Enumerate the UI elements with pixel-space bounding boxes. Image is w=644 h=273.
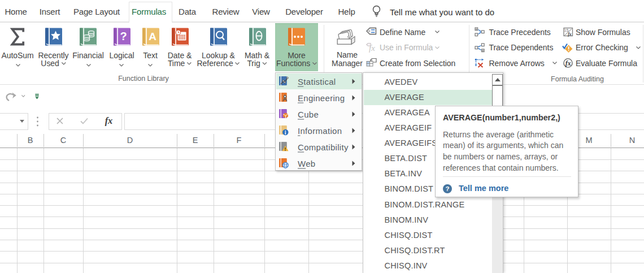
svg-text:?: ?	[445, 185, 449, 192]
svg-text:fx: fx	[369, 44, 375, 53]
svg-text:fx: fx	[568, 32, 572, 37]
svg-text:fx: fx	[565, 59, 571, 67]
svg-text:?: ?	[120, 30, 127, 42]
svg-text:A: A	[149, 31, 156, 42]
